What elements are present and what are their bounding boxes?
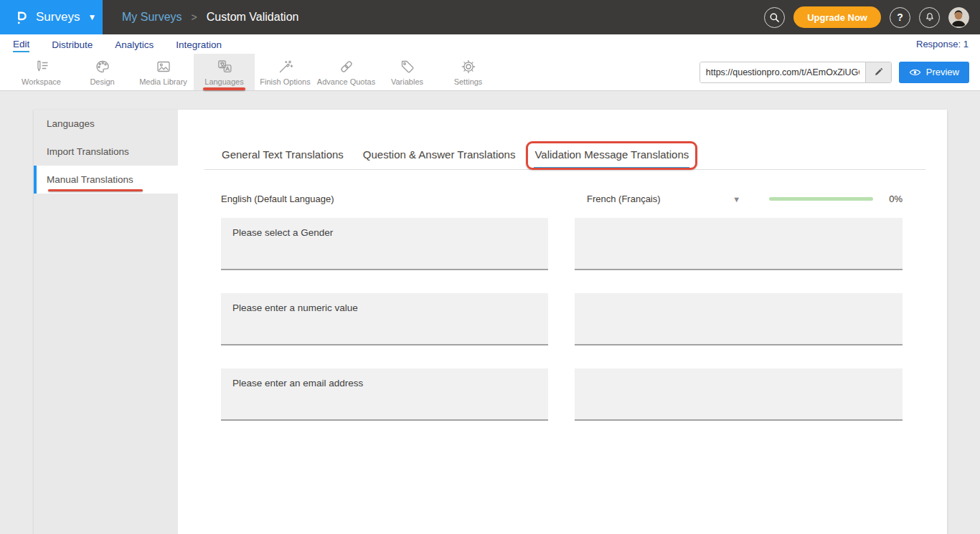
source-language-label: English (Default Language) [221,194,548,204]
translation-row: Please enter an email address [221,368,925,421]
sidebar-item-label: Import Translations [47,146,129,157]
search-icon [769,12,780,23]
source-text: Please enter an email address [221,368,548,421]
translation-tabs: General Text Translations Question & Ans… [204,143,925,170]
header-actions: Upgrade Now ? [764,0,980,34]
translation-row: Please enter a numeric value [221,293,925,345]
sidebar-item-languages[interactable]: Languages [34,110,178,138]
source-text: Please enter a numeric value [221,293,548,345]
sidebar-item-import-translations[interactable]: Import Translations [34,138,178,166]
tab-label: Validation Message Translations [534,148,689,161]
tab-label: General Text Translations [222,148,344,161]
top-header: Surveys ▼ My Surveys > Custom Validation… [0,0,980,34]
toolbar-item-label: Media Library [139,77,187,86]
breadcrumb-separator: > [192,11,197,23]
page-body: Languages Import Translations Manual Tra… [0,110,980,534]
survey-url-group [699,62,892,83]
nav-tab-edit[interactable]: Edit [13,37,29,52]
toolbar-item-advance-quotas[interactable]: Advance Quotas [316,54,377,90]
workspace-icon [32,58,51,75]
toolbar-item-settings[interactable]: Settings [438,54,499,90]
settings-icon [459,58,478,75]
toolbar-item-design[interactable]: Design [72,54,133,90]
source-text: Please select a Gender [221,218,548,270]
toolbar-item-label: Languages [204,77,243,86]
design-icon [93,58,112,75]
languages-sidebar: Languages Import Translations Manual Tra… [34,110,178,534]
toolbar-right: Preview [699,54,980,90]
target-language-dropdown[interactable]: French (Français) [575,194,661,204]
tab-general-text-translations[interactable]: General Text Translations [221,143,344,169]
toolbar-item-finish-options[interactable]: Finish Options [255,54,316,90]
toolbar-item-workspace[interactable]: Workspace [11,54,72,90]
product-menu[interactable]: Surveys ▼ [0,0,103,34]
sidebar-item-manual-translations[interactable]: Manual Translations [34,166,178,194]
chevron-down-icon: ▼ [88,12,96,22]
toolbar-item-label: Workspace [22,77,61,86]
media-library-icon [154,58,173,75]
languages-icon [215,58,234,75]
translation-input[interactable] [575,218,903,270]
survey-nav: Edit Distribute Analytics Integration Re… [0,34,980,54]
response-count[interactable]: Response: 1 [916,39,969,49]
advance-quotas-icon [337,58,356,75]
breadcrumb-current: Custom Validation [207,11,299,24]
sidebar-item-label: Languages [47,118,95,129]
breadcrumb-parent[interactable]: My Surveys [122,11,182,24]
toolbar-item-label: Finish Options [260,77,310,86]
toolbar-item-label: Advance Quotas [317,77,375,86]
product-name: Surveys [36,10,80,24]
tab-label: Question & Answer Translations [363,148,516,161]
nav-tab-integration[interactable]: Integration [176,37,222,52]
questionpro-logo [12,8,29,27]
help-button[interactable]: ? [890,7,910,28]
question-mark-icon: ? [897,11,903,23]
language-column-headers: English (Default Language) French (Franç… [204,194,925,204]
translation-progress-percent: 0% [889,194,903,204]
toolbar-item-media-library[interactable]: Media Library [133,54,194,90]
toolbar-item-label: Variables [391,77,423,86]
annotation-underline-languages [203,87,245,90]
avatar-photo [949,8,968,27]
translation-input[interactable] [575,368,903,421]
upgrade-now-button[interactable]: Upgrade Now [793,6,881,28]
translation-progress-bar [769,197,873,201]
sidebar-item-label: Manual Translations [47,174,133,185]
languages-panel: Languages Import Translations Manual Tra… [34,110,947,534]
preview-label: Preview [926,67,959,77]
annotation-underline-manual-translations [48,189,143,191]
breadcrumb: My Surveys > Custom Validation [122,0,298,34]
translation-input[interactable] [575,293,903,345]
chevron-down-icon[interactable]: ▼ [732,195,740,204]
toolbar-item-label: Settings [454,77,483,86]
toolbar-item-languages[interactable]: Languages [194,54,255,90]
pencil-icon [873,67,884,77]
survey-url-input[interactable] [700,62,865,82]
toolbar-item-label: Design [90,77,114,86]
eye-icon [909,68,921,77]
finish-options-icon [276,58,295,75]
target-language-header: French (Français) ▼ 0% [575,194,903,204]
tab-question-answer-translations[interactable]: Question & Answer Translations [362,143,517,169]
preview-button[interactable]: Preview [899,62,969,83]
edit-toolbar: Workspace Design Media Library Languages [0,54,980,91]
edit-url-button[interactable] [865,62,891,82]
translations-content: General Text Translations Question & Ans… [178,110,947,534]
search-button[interactable] [764,7,785,28]
nav-tab-distribute[interactable]: Distribute [52,37,93,52]
notifications-button[interactable] [919,7,940,28]
tab-validation-message-translations[interactable]: Validation Message Translations [534,143,689,169]
variables-icon [398,58,417,75]
bell-icon [924,11,936,23]
avatar[interactable] [948,7,969,28]
translation-row: Please select a Gender [221,218,925,270]
nav-tab-analytics[interactable]: Analytics [115,37,154,52]
toolbar-item-variables[interactable]: Variables [377,54,438,90]
